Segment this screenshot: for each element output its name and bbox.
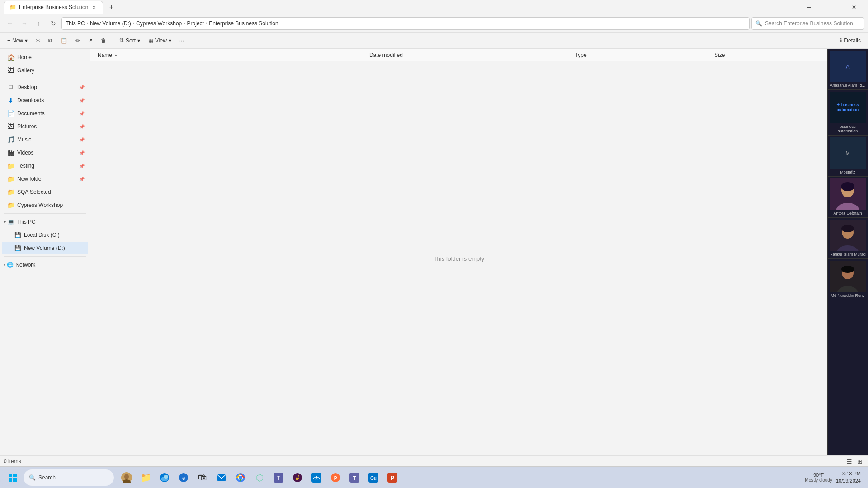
sidebar-thispc-header[interactable]: ▾ 💻 This PC	[0, 216, 90, 228]
participant-avatar-businessauto: ✦ businessautomation	[830, 92, 866, 123]
tab-close-button[interactable]: ✕	[91, 4, 97, 10]
sidebar-item-documents[interactable]: 📄 Documents 📌	[2, 107, 88, 120]
svg-rect-12	[9, 474, 12, 477]
taskbar-vscode-icon[interactable]: </>	[307, 469, 326, 487]
column-date-modified[interactable]: Date modified	[366, 52, 571, 58]
start-button[interactable]	[4, 469, 22, 487]
taskbar-app-icons: 📁 e 🛍	[118, 469, 401, 487]
column-name[interactable]: Name ▲	[94, 52, 366, 58]
taskbar-slack-icon[interactable]: #	[288, 469, 307, 487]
svg-text:</>: </>	[313, 475, 320, 481]
maximize-button[interactable]: □	[821, 0, 842, 14]
taskbar-avatar-icon[interactable]	[118, 469, 136, 487]
cut-button[interactable]: ✂	[32, 34, 44, 47]
column-type[interactable]: Type	[571, 52, 711, 58]
network-icon: 🌐	[7, 262, 14, 268]
sidebar-item-pictures[interactable]: 🖼 Pictures 📌	[2, 120, 88, 133]
downloads-icon: ⬇	[7, 97, 14, 104]
address-bar[interactable]: This PC › New Volume (D:) › Cypress Work…	[61, 17, 750, 30]
copy-button[interactable]: ⧉	[45, 34, 56, 47]
details-view-button[interactable]: ⊞	[855, 457, 864, 466]
status-bar: 0 items ☰ ⊞	[0, 455, 868, 466]
clock-date: 10/19/2024	[836, 478, 861, 484]
list-view-button[interactable]: ☰	[844, 457, 854, 466]
taskbar-store-icon[interactable]: 🛍	[193, 469, 212, 487]
sidebar-item-downloads[interactable]: ⬇ Downloads 📌	[2, 94, 88, 107]
back-button[interactable]: ←	[4, 17, 16, 30]
participant-name-antora: Antora Debnath	[833, 211, 862, 216]
sidebar-item-sqaselected[interactable]: 📁 SQA Selected	[2, 186, 88, 198]
new-tab-button[interactable]: +	[105, 1, 118, 14]
tab-strip: 📁 Enterprise Business Solution ✕ +	[4, 0, 118, 14]
taskbar-powerpoint-icon[interactable]: P	[383, 469, 401, 487]
up-button[interactable]: ↑	[33, 17, 45, 30]
pictures-icon: 🖼	[7, 123, 14, 130]
sidebar-item-home[interactable]: 🏠 Home	[2, 51, 88, 64]
details-button[interactable]: ℹ Details	[836, 34, 864, 47]
taskbar-fileexplorer-icon[interactable]: 📁	[137, 469, 155, 487]
breadcrumb-thispc[interactable]: This PC	[66, 20, 85, 27]
sort-button[interactable]: ⇅ Sort ▾	[116, 34, 144, 47]
items-count: 0 items	[4, 458, 21, 465]
more-button[interactable]: ···	[176, 34, 188, 47]
sidebar-network-header[interactable]: › 🌐 Network	[0, 258, 90, 271]
taskbar-right: 90°F Mostly cloudy 3:13 PM 10/19/2024	[805, 470, 864, 484]
sidebar-item-testing[interactable]: 📁 Testing 📌	[2, 160, 88, 172]
view-button[interactable]: ▦ View ▾	[145, 34, 175, 47]
rename-button[interactable]: ✏	[72, 34, 84, 47]
taskbar-iexplorer-icon[interactable]: e	[175, 469, 193, 487]
sidebar-item-local-disk-c[interactable]: 💾 Local Disk (C:)	[2, 229, 88, 241]
participant-name-ahasanul: Ahasanul Alam Ri...	[830, 83, 866, 88]
column-size[interactable]: Size	[711, 52, 824, 58]
forward-button[interactable]: →	[18, 17, 31, 30]
svg-point-27	[239, 476, 242, 479]
file-area: Name ▲ Date modified Type Size This fold…	[90, 49, 827, 455]
pin-icon: 📌	[79, 85, 85, 90]
tab-title: Enterprise Business Solution	[19, 4, 88, 10]
breadcrumb-cypress[interactable]: Cypress Workshop	[136, 20, 182, 27]
breadcrumb-project[interactable]: Project	[187, 20, 204, 27]
breadcrumb-newvolume[interactable]: New Volume (D:)	[90, 20, 131, 27]
taskbar-chrome-icon[interactable]	[231, 469, 250, 487]
participant-card-rony: Md Nuruddin Rony	[828, 259, 868, 300]
sidebar-item-music[interactable]: 🎵 Music 📌	[2, 133, 88, 146]
taskbar-cypress-icon[interactable]: ⬡	[250, 469, 269, 487]
sidebar-item-newfolder[interactable]: 📁 New folder 📌	[2, 173, 88, 185]
music-icon: 🎵	[7, 136, 14, 143]
taskbar-outlook-icon[interactable]: Ou	[364, 469, 382, 487]
sidebar-volumed-label: New Volume (D:)	[24, 245, 65, 251]
sidebar-item-desktop[interactable]: 🖥 Desktop 📌	[2, 81, 88, 94]
file-list: This folder is empty	[90, 61, 827, 455]
sidebar-item-cypressworkshop[interactable]: 📁 Cypress Workshop	[2, 199, 88, 211]
participant-initials-mostafiz: M	[845, 150, 849, 156]
thispc-icon: 💻	[8, 219, 14, 225]
taskbar-mail-icon[interactable]	[212, 469, 231, 487]
breadcrumb-current[interactable]: Enterprise Business Solution	[209, 20, 278, 27]
paste-button[interactable]: 📋	[57, 34, 71, 47]
sidebar-home-label: Home	[17, 54, 32, 61]
taskbar-edge-icon[interactable]	[156, 469, 174, 487]
svg-text:Ou: Ou	[370, 476, 377, 481]
search-bar[interactable]: 🔍 Search Enterprise Business Solution	[751, 17, 864, 30]
sidebar-item-videos[interactable]: 🎬 Videos 📌	[2, 146, 88, 159]
taskbar-postman-icon[interactable]: P	[326, 469, 344, 487]
svg-text:P: P	[391, 475, 394, 481]
taskbar-teams2-icon[interactable]: T	[345, 469, 363, 487]
close-button[interactable]: ✕	[844, 0, 864, 14]
taskbar-search-bar[interactable]: 🔍 Search	[24, 469, 114, 486]
sidebar-item-gallery[interactable]: 🖼 Gallery	[2, 64, 88, 77]
active-tab[interactable]: 📁 Enterprise Business Solution ✕	[4, 1, 103, 14]
sqa-folder-icon: 📁	[7, 188, 14, 196]
taskbar-teams-icon[interactable]: T	[269, 469, 288, 487]
weather-desc: Mostly cloudy	[805, 478, 832, 483]
minimize-button[interactable]: ─	[798, 0, 819, 14]
taskbar-clock: 3:13 PM 10/19/2024	[836, 470, 861, 484]
new-button[interactable]: + New ▾	[4, 34, 31, 47]
sidebar-divider-2	[4, 213, 86, 214]
delete-button[interactable]: 🗑	[97, 34, 110, 47]
share-button[interactable]: ↗	[85, 34, 96, 47]
column-name-label: Name	[98, 52, 112, 58]
svg-text:P: P	[334, 476, 337, 481]
sidebar-item-new-volume-d[interactable]: 💾 New Volume (D:)	[2, 242, 88, 254]
refresh-button[interactable]: ↻	[47, 17, 60, 30]
